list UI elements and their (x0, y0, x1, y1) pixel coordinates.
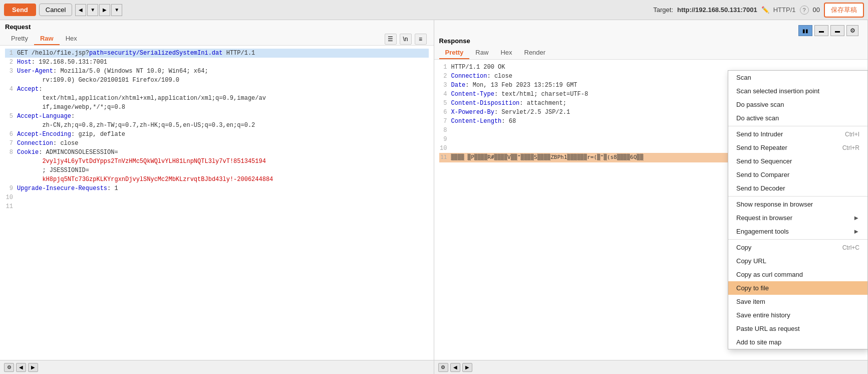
tab-response-raw[interactable]: Raw (469, 47, 494, 59)
request-footer-icon1[interactable]: ⚙ (4, 363, 14, 372)
menu-label-passive-scan: Do passive scan (736, 101, 784, 108)
request-tab-icons: ☰ \n ≡ (385, 34, 429, 45)
menu-item-send-decoder[interactable]: Send to Decoder (728, 181, 867, 195)
request-line-2: 2 Host: 192.168.50.131:7001 (5, 58, 429, 67)
view-split-v-button[interactable]: ▬ (814, 25, 828, 36)
target-info: Target: http://192.168.50.131:7001 ✏️ HT… (653, 3, 864, 18)
target-url: http://192.168.50.131:7001 (677, 6, 757, 14)
context-menu: Scan Scan selected insertion point Do pa… (728, 70, 868, 349)
menu-label-send-comparer: Send to Comparer (736, 171, 789, 178)
request-menu-icon[interactable]: ≡ (415, 34, 427, 45)
menu-label-scan-selected: Scan selected insertion point (736, 87, 819, 95)
request-line-1: 1 GET /hello/file.jsp?path=security/Seri… (5, 49, 429, 58)
menu-item-copy-curl[interactable]: Copy as curl command (728, 268, 867, 281)
request-line-3: 3 User-Agent: Mozilla/5.0 (Windows NT 10… (5, 67, 429, 85)
request-line-10: 10 (5, 193, 429, 202)
menu-label-save-item: Save item (736, 298, 765, 305)
response-footer-icon3[interactable]: ▶ (462, 363, 472, 372)
menu-shortcut-intruder: Ctrl+I (845, 131, 859, 138)
menu-item-send-repeater[interactable]: Send to Repeater Ctrl+R (728, 141, 867, 154)
request-line-6: 6 Accept-Encoding: gzip, deflate (5, 130, 429, 139)
response-tabs-row: Pretty Raw Hex Render (439, 47, 863, 59)
menu-item-passive-scan[interactable]: Do passive scan (728, 98, 867, 111)
engagement-arrow-icon: ► (853, 228, 859, 235)
request-tabs-row: Pretty Raw Hex ☰ \n ≡ (5, 33, 429, 45)
response-panel-header: ▮▮ ▬ ▬ ⚙ Response Pretty Raw Hex Render (434, 20, 868, 60)
help-icon[interactable]: ? (800, 6, 809, 15)
tab-response-pretty[interactable]: Pretty (439, 47, 470, 59)
response-footer-icon1[interactable]: ⚙ (438, 363, 448, 372)
menu-label-send-decoder: Send to Decoder (736, 184, 785, 192)
menu-item-save-history[interactable]: Save entire history (728, 308, 867, 322)
menu-label-copy: Copy (736, 244, 751, 251)
menu-item-copy-url[interactable]: Copy URL (728, 254, 867, 268)
request-code-area[interactable]: 1 GET /hello/file.jsp?path=security/Seri… (0, 46, 434, 360)
menu-item-scan-selected[interactable]: Scan selected insertion point (728, 84, 867, 98)
request-panel: Request Pretty Raw Hex ☰ \n ≡ 1 GET /hel… (0, 20, 434, 374)
menu-item-show-response[interactable]: Show response in browser (728, 198, 867, 211)
menu-sep-1 (728, 126, 867, 126)
menu-item-copy[interactable]: Copy Ctrl+C (728, 241, 867, 254)
tab-request-raw[interactable]: Raw (34, 33, 60, 45)
request-footer-icon2[interactable]: ◀ (16, 363, 26, 372)
tab-request-hex[interactable]: Hex (60, 33, 83, 45)
menu-label-active-scan: Do active scan (736, 114, 779, 122)
request-line-4: 4 Accept: text/html,application/xhtml+xm… (5, 85, 429, 112)
menu-item-send-intruder[interactable]: Send to Intruder Ctrl+I (728, 127, 867, 141)
request-panel-header: Request Pretty Raw Hex ☰ \n ≡ (0, 20, 434, 46)
tab-response-render[interactable]: Render (518, 47, 552, 59)
response-title: Response (439, 37, 863, 47)
next-dropdown[interactable]: ▼ (111, 4, 122, 16)
request-line-9: 9 Upgrade-Insecure-Requests: 1 (5, 184, 429, 193)
menu-label-copy-url: Copy URL (736, 257, 766, 265)
menu-item-copy-file[interactable]: Copy to file (728, 281, 867, 295)
send-button[interactable]: Send (4, 4, 36, 16)
menu-item-paste-url[interactable]: Paste URL as request (728, 322, 867, 335)
view-split-h-button[interactable]: ▮▮ (798, 25, 812, 36)
request-list-icon[interactable]: ☰ (385, 34, 397, 45)
request-line-7: 7 Connection: close (5, 139, 429, 148)
menu-item-send-comparer[interactable]: Send to Comparer (728, 168, 867, 181)
menu-item-scan[interactable]: Scan (728, 71, 867, 84)
menu-label-engagement: Engagement tools (736, 228, 789, 235)
menu-label-scan: Scan (736, 74, 751, 81)
toolbar: Send Cancel ◀ ▼ ▶ ▼ Target: http://192.1… (0, 0, 868, 20)
edit-icon[interactable]: ✏️ (761, 6, 769, 14)
next-button[interactable]: ▶ (99, 4, 110, 16)
http-version: HTTP/1 (773, 6, 796, 14)
request-footer-icon3[interactable]: ▶ (28, 363, 38, 372)
menu-item-active-scan[interactable]: Do active scan (728, 111, 867, 125)
main-area: Request Pretty Raw Hex ☰ \n ≡ 1 GET /hel… (0, 20, 868, 374)
tab-response-hex[interactable]: Hex (494, 47, 518, 59)
menu-label-save-history: Save entire history (736, 311, 790, 319)
menu-label-send-intruder: Send to Intruder (736, 130, 783, 138)
request-line-5: 5 Accept-Language: zh-CN,zh;q=0.8,zh-TW;… (5, 112, 429, 130)
menu-item-save-item[interactable]: Save item (728, 295, 867, 308)
menu-item-engagement[interactable]: Engagement tools ► (728, 225, 867, 238)
cancel-button[interactable]: Cancel (39, 4, 72, 16)
menu-label-copy-file: Copy to file (736, 284, 769, 292)
response-gear-button[interactable]: ⚙ (846, 25, 858, 36)
save-draft-button[interactable]: 保存草稿 (824, 3, 864, 18)
request-line-11: 11 (5, 202, 429, 211)
menu-item-add-sitemap[interactable]: Add to site map (728, 335, 867, 349)
menu-item-send-sequencer[interactable]: Send to Sequencer (728, 154, 867, 168)
response-footer-icon2[interactable]: ◀ (450, 363, 460, 372)
menu-label-copy-curl: Copy as curl command (736, 271, 803, 278)
menu-shortcut-copy: Ctrl+C (842, 244, 859, 251)
response-footer: ⚙ ◀ ▶ (434, 360, 868, 374)
menu-label-request-browser: Request in browser (736, 214, 792, 222)
menu-label-send-repeater: Send to Repeater (736, 144, 787, 151)
request-newline-icon[interactable]: \n (400, 34, 412, 45)
menu-label-show-response: Show response in browser (736, 201, 813, 208)
tab-request-pretty[interactable]: Pretty (5, 33, 34, 45)
menu-item-request-browser[interactable]: Request in browser ► (728, 211, 867, 225)
response-view-controls: ▮▮ ▬ ▬ ⚙ (439, 23, 863, 37)
view-single-button[interactable]: ▬ (830, 25, 844, 36)
counter-display: 00 (813, 6, 820, 14)
request-footer: ⚙ ◀ ▶ (0, 360, 434, 374)
nav-arrows: ◀ ▼ ▶ ▼ (75, 4, 122, 16)
prev-dropdown[interactable]: ▼ (87, 4, 98, 16)
prev-button[interactable]: ◀ (75, 4, 86, 16)
request-line-8: 8 Cookie: ADMINCONSOLESESSION= 2vyljy4L6… (5, 148, 429, 184)
